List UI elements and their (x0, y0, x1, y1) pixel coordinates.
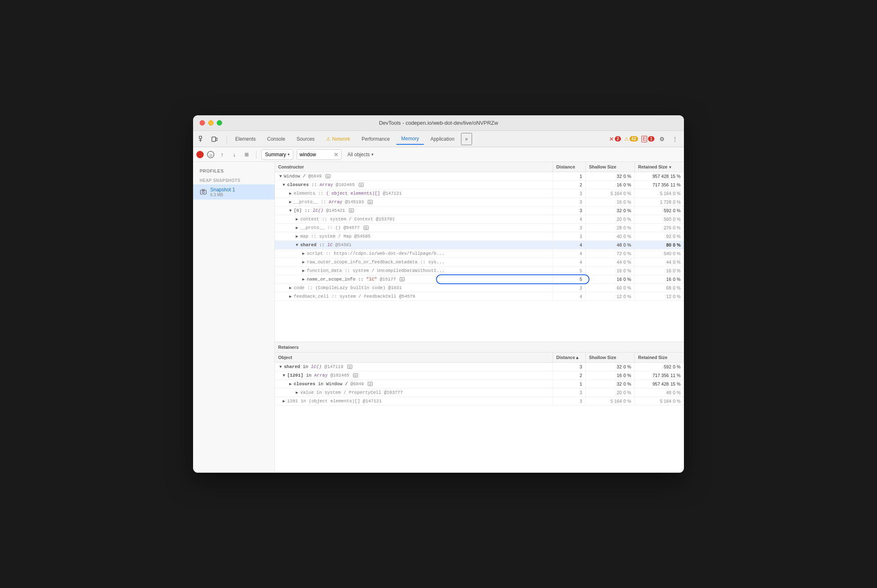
allobjects-chevron-icon: ▾ (371, 152, 373, 157)
td-retained: 957 428 15 % (635, 380, 684, 388)
error-badge-area[interactable]: ✕ 2 (609, 136, 621, 142)
expand-arrow[interactable] (288, 191, 293, 196)
clear-button[interactable]: ⊘ (207, 151, 214, 158)
table-row: shared in lC() @147119 ⧉ 3 32 0 % 592 0 … (275, 363, 684, 371)
td-object: 1201 in (object elements)[] @147121 (275, 397, 553, 405)
record-button[interactable] (196, 151, 204, 158)
more-tabs-button[interactable]: » (461, 133, 472, 145)
toolbar-icons (196, 133, 220, 145)
expand-arrow[interactable] (295, 243, 299, 247)
expand-arrow[interactable] (295, 225, 299, 230)
td-distance: 5 (553, 275, 586, 283)
th-retained[interactable]: Retained Size (635, 162, 684, 172)
traffic-lights (200, 120, 222, 126)
table-row: raw_outer_scope_info_or_feedback_metadat… (275, 258, 684, 267)
td-constructor: closures :: Array @102465 ⧉ (275, 181, 553, 189)
retainers-panel: Retainers Object Distance▲ Shallow Size … (275, 342, 684, 473)
expand-arrow[interactable] (281, 373, 286, 378)
constructor-text: __proto__ :: () @54577 ⧉ (300, 225, 369, 230)
error-count: 2 (615, 136, 621, 141)
filter-input-area[interactable]: ✕ (297, 149, 342, 160)
summary-dropdown[interactable]: Summary ▾ (261, 149, 293, 160)
td-distance: 3 (553, 224, 586, 232)
tab-memory[interactable]: Memory (396, 133, 424, 145)
rth-shallow: Shallow Size (586, 352, 635, 362)
td-constructor: __proto__ :: Array @145193 ⧉ (275, 198, 553, 206)
td-shallow: 28 0 % (586, 224, 635, 232)
snapshot-size: 6.3 MB (210, 193, 235, 197)
warning-badge-area[interactable]: ⚠ 62 (624, 136, 638, 142)
expand-arrow[interactable] (295, 390, 299, 395)
link-icon: ⧉ (368, 200, 373, 204)
titlebar: DevTools - codepen.io/web-dot-dev/live/o… (193, 115, 684, 131)
table-row: script :: https://cdpn.io/web-dot-dev/fu… (275, 249, 684, 258)
td-constructor: __proto__ :: () @54577 ⧉ (275, 224, 553, 232)
error2-badge-area[interactable]: E 1 (641, 136, 654, 142)
td-object: value in system / PropertyCell @103777 (275, 388, 553, 397)
inspect-icon[interactable] (196, 133, 208, 145)
expand-arrow[interactable] (278, 174, 283, 179)
upload-button[interactable]: ↑ (218, 150, 227, 159)
td-shallow: 16 0 % (586, 275, 635, 283)
td-retained: 12 0 % (635, 292, 684, 301)
filter-clear-icon[interactable]: ✕ (334, 152, 339, 157)
expand-arrow[interactable] (281, 399, 286, 404)
allobjects-dropdown[interactable]: All objects ▾ (345, 150, 376, 159)
td-retained: 540 0 % (635, 249, 684, 258)
td-retained: 44 0 % (635, 258, 684, 266)
download-button[interactable]: ↓ (230, 150, 239, 159)
more-options-button[interactable]: ⋮ (669, 133, 681, 145)
td-constructor: function_data :: system / UncompiledData… (275, 267, 553, 275)
retainers-table-header: Object Distance▲ Shallow Size Retained S… (275, 352, 684, 363)
tab-elements[interactable]: Elements (230, 134, 261, 144)
table-row: feedback_cell :: system / FeedbackCell @… (275, 292, 684, 301)
expand-arrow[interactable] (295, 217, 299, 222)
tab-application[interactable]: Application (425, 134, 459, 144)
table-row: closures :: Array @102465 ⧉ 2 16 0 % 717… (275, 181, 684, 189)
object-text: closures in Window / @6849 ⧉ (294, 382, 373, 386)
constructor-text: raw_outer_scope_info_or_feedback_metadat… (307, 260, 445, 265)
td-retained: 48 0 % (635, 388, 684, 397)
filter-input[interactable] (299, 152, 332, 157)
table-row-highlighted: shared :: lC @54581 4 48 0 % 80 0 % (275, 241, 684, 249)
td-distance: 3 (553, 198, 586, 206)
tab-sources[interactable]: Sources (292, 134, 319, 144)
expand-arrow[interactable] (288, 294, 293, 299)
expand-arrow[interactable] (288, 382, 293, 386)
td-shallow: 32 0 % (586, 206, 635, 215)
minimize-button[interactable] (208, 120, 214, 126)
expand-arrow[interactable] (288, 209, 293, 213)
sidebar-item-snapshot1[interactable]: Snapshot 1 6.3 MB (193, 184, 274, 200)
maximize-button[interactable] (217, 120, 222, 126)
tab-performance[interactable]: Performance (357, 134, 395, 144)
constructor-text: code :: (CompileLazy builtin code) @1931 (294, 285, 402, 290)
td-retained: 717 356 11 % (635, 371, 684, 379)
sidebar: Profiles HEAP SNAPSHOTS Snapshot 1 6.3 M… (193, 162, 275, 473)
expand-arrow[interactable] (301, 260, 306, 265)
svg-rect-3 (212, 137, 216, 141)
main-data-table: Constructor Distance Shallow Size Retain… (275, 162, 684, 342)
table-row: elements :: ( object elements)[] @147121… (275, 189, 684, 198)
gc-button[interactable]: ⊞ (242, 150, 251, 159)
devtools-window: DevTools - codepen.io/web-dot-dev/live/o… (193, 115, 684, 473)
settings-button[interactable]: ⚙ (656, 133, 668, 145)
tab-console[interactable]: Console (262, 134, 290, 144)
td-distance: 4 (553, 241, 586, 249)
object-text: [1201] in Array @102465 ⧉ (287, 373, 358, 378)
expand-arrow[interactable] (281, 183, 286, 187)
td-distance: 1 (553, 380, 586, 388)
table-row-circled: name_or_scope_info :: "lC" @15177 ⧉ 5 16… (275, 275, 684, 284)
tab-network[interactable]: ⚠ Network (321, 134, 355, 144)
table-row: closures in Window / @6849 ⧉ 1 32 0 % 95… (275, 380, 684, 388)
expand-arrow[interactable] (288, 285, 293, 290)
expand-arrow[interactable] (301, 277, 306, 282)
expand-arrow[interactable] (288, 200, 293, 204)
expand-arrow[interactable] (278, 365, 283, 369)
device-icon[interactable] (209, 133, 220, 145)
expand-arrow[interactable] (301, 268, 306, 273)
expand-arrow[interactable] (301, 251, 306, 256)
expand-arrow[interactable] (295, 234, 299, 239)
divider-2 (256, 150, 256, 159)
close-button[interactable] (200, 120, 205, 126)
constructor-text: map :: system / Map @54585 (300, 234, 371, 239)
